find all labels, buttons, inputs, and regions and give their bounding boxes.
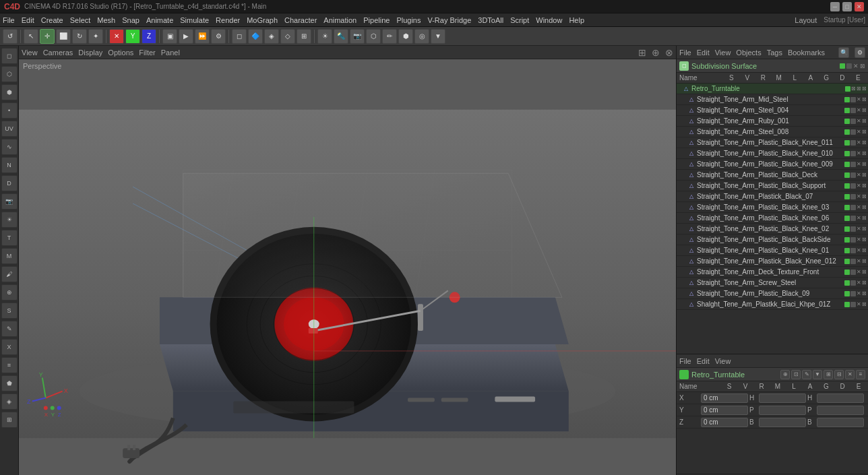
attr-x-input[interactable]: 0 cm: [701, 393, 748, 403]
select-tool[interactable]: ↖: [24, 29, 38, 44]
viewport-canvas[interactable]: Perspective: [19, 59, 676, 475]
render-active[interactable]: ▶: [179, 29, 193, 44]
obj-item-14[interactable]: △ Straight_Tone_Arm_Plastic_Black_Knee_0…: [677, 245, 868, 256]
vp-tab-display[interactable]: Display: [78, 49, 102, 57]
tool-misc1[interactable]: ≡: [1, 357, 18, 373]
menu-window[interactable]: Window: [536, 16, 562, 24]
render-settings[interactable]: ⚙: [211, 29, 226, 44]
attr-menu-file[interactable]: File: [679, 357, 691, 365]
tool-model[interactable]: ◻: [1, 48, 18, 64]
obj-item-11[interactable]: △ Straight_Tone_Arm_Plastic_Black_Knee_0…: [677, 213, 868, 224]
tool-uv[interactable]: UV: [1, 121, 18, 137]
obj-menu-view[interactable]: View: [715, 49, 731, 57]
z-button[interactable]: Z: [142, 29, 156, 44]
obj-item-17[interactable]: △ Straight_Tone_Arm_Screw_Steel ✕ ⊠: [677, 278, 868, 288]
obj-item-1[interactable]: △ Straight_Tone_Arm_Steel_004 ✕ ⊠: [677, 105, 868, 116]
tool-point[interactable]: •: [1, 102, 18, 119]
tool-snap[interactable]: ⊕: [1, 284, 18, 300]
obj-item-12[interactable]: △ Straight_Tone_Arm_Plastic_Black_Knee_0…: [677, 224, 868, 234]
tool-edge[interactable]: ⬢: [1, 84, 18, 100]
menu-mesh[interactable]: Mesh: [97, 16, 115, 24]
menu-3dtoall[interactable]: 3DToAll: [478, 16, 503, 24]
obj-item-8[interactable]: △ Straight_Tone_Arm_Plastic_Black_Suppor…: [677, 181, 868, 191]
view-top[interactable]: 🔷: [248, 29, 263, 44]
tool-s[interactable]: S: [1, 303, 18, 319]
attr-icon-6[interactable]: ⊟: [834, 370, 844, 379]
attr-icon-8[interactable]: ≡: [856, 370, 865, 379]
menu-animation[interactable]: Animation: [323, 16, 356, 24]
attr-icon-2[interactable]: ⊡: [791, 370, 801, 379]
menu-mograph[interactable]: MoGraph: [247, 16, 278, 24]
obj-menu-bookmarks[interactable]: Bookmarks: [788, 49, 825, 57]
attr-icon-3[interactable]: ✎: [802, 370, 811, 379]
move-tool[interactable]: ✛: [40, 29, 55, 44]
tool-poly[interactable]: ⬡: [1, 66, 18, 82]
tool-11[interactable]: ◎: [414, 29, 429, 44]
undo-button[interactable]: ↺: [3, 29, 18, 44]
obj-menu-objects[interactable]: Objects: [736, 49, 761, 57]
attr-icon-1[interactable]: ⊕: [780, 370, 790, 379]
layout-selector[interactable]: Layout: [795, 16, 817, 24]
attr-size-b-input[interactable]: [817, 418, 864, 427]
render-all[interactable]: ⏩: [195, 29, 210, 44]
tool-7[interactable]: 📷: [350, 29, 365, 44]
vp-tab-panel[interactable]: Panel: [161, 49, 180, 57]
obj-item-18[interactable]: △ Straight_Tone_Arm_Plastic_Black_09 ✕ ⊠: [677, 288, 868, 299]
attr-b-input[interactable]: [759, 418, 806, 427]
attr-menu-view[interactable]: View: [715, 357, 731, 365]
menu-animate[interactable]: Animate: [146, 16, 173, 24]
obj-item-9[interactable]: △ Straight_Tone_Arm_Plastick_Black_07 ✕ …: [677, 191, 868, 202]
vp-ctrl-3[interactable]: ⊗: [665, 47, 673, 58]
tool-sculpt[interactable]: ✎: [1, 321, 18, 337]
obj-menu-tags[interactable]: Tags: [767, 49, 782, 57]
vp-tab-filter[interactable]: Filter: [139, 49, 155, 57]
obj-item-13[interactable]: △ Straight_Tone_Arm_Plastic_Black_BackSi…: [677, 234, 868, 245]
menu-snap[interactable]: Snap: [122, 16, 140, 24]
menu-edit[interactable]: Edit: [22, 16, 34, 24]
menu-file[interactable]: File: [3, 16, 15, 24]
maximize-button[interactable]: □: [842, 2, 852, 11]
tool-misc3[interactable]: ◈: [1, 393, 18, 410]
view-perspective[interactable]: ◻: [232, 29, 247, 44]
menu-select[interactable]: Select: [70, 16, 91, 24]
obj-item-16[interactable]: △ Straight_Tone_Arm_Deck_Texture_Front ✕…: [677, 267, 868, 278]
render-region[interactable]: ▣: [162, 29, 177, 44]
view-4pane[interactable]: ⊞: [297, 29, 311, 44]
menu-render[interactable]: Render: [216, 16, 240, 24]
y-button[interactable]: Y: [125, 29, 140, 44]
tool-tag[interactable]: T: [1, 230, 18, 246]
obj-menu-edit[interactable]: Edit: [697, 49, 710, 57]
tool-nurbs[interactable]: N: [1, 157, 18, 173]
tool-curve[interactable]: ∿: [1, 139, 18, 155]
attr-h-input[interactable]: [759, 393, 806, 403]
obj-menu-file[interactable]: File: [679, 49, 691, 57]
minimize-button[interactable]: ─: [830, 2, 840, 11]
menu-help[interactable]: Help: [569, 16, 584, 24]
obj-item-15[interactable]: △ Straight_Tone_Arm_Plastick_Black_Knee_…: [677, 256, 868, 267]
vp-ctrl-2[interactable]: ⊕: [652, 47, 660, 58]
attr-menu-edit[interactable]: Edit: [697, 357, 710, 365]
view-front[interactable]: ◇: [280, 29, 295, 44]
attr-icon-5[interactable]: ⊞: [824, 370, 833, 379]
tool-10[interactable]: ⬢: [398, 29, 413, 44]
obj-item-7[interactable]: △ Straight_Tone_Arm_Plastic_Black_Deck ✕…: [677, 170, 868, 181]
tool-misc4[interactable]: ⊞: [1, 412, 18, 428]
menu-simulate[interactable]: Simulate: [180, 16, 209, 24]
tool-deform[interactable]: D: [1, 175, 18, 191]
obj-item-4[interactable]: △ Straight_Tone_Arm_Plastic_Black_Knee_0…: [677, 137, 868, 148]
x-button[interactable]: ✕: [109, 29, 124, 44]
obj-item-0[interactable]: △ Straight_Tone_Arm_Mid_Steel ✕ ⊠: [677, 94, 868, 105]
tool-camera[interactable]: 📷: [1, 193, 18, 210]
vp-ctrl-1[interactable]: ⊞: [638, 47, 646, 58]
menu-character[interactable]: Character: [284, 16, 317, 24]
close-button[interactable]: ✕: [855, 2, 864, 11]
tool-8[interactable]: ⬡: [366, 29, 381, 44]
attr-p-input[interactable]: [759, 406, 806, 415]
vp-tab-view[interactable]: View: [22, 49, 38, 57]
tool-5[interactable]: ☀: [317, 29, 332, 44]
tool-material[interactable]: M: [1, 248, 18, 264]
attr-size-p-input[interactable]: [817, 406, 864, 415]
obj-settings[interactable]: ⚙: [855, 47, 865, 58]
menu-plugins[interactable]: Plugins: [396, 16, 421, 24]
attr-z-input[interactable]: 0 cm: [701, 418, 748, 427]
